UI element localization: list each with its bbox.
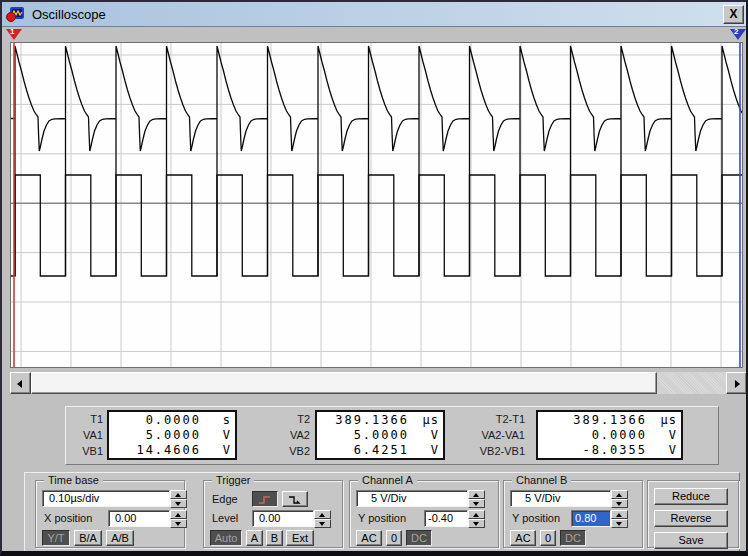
channel-b-scale-field[interactable]: 5 V/Div bbox=[510, 490, 611, 507]
spin-down-icon[interactable] bbox=[611, 499, 628, 508]
trigger-legend: Trigger bbox=[212, 474, 254, 486]
channel-b-legend: Channel B bbox=[512, 474, 571, 486]
edge-label: Edge bbox=[212, 493, 238, 505]
channel-b-group: Channel B 5 V/Div Y position 0.80 AC 0 D… bbox=[503, 480, 643, 548]
channel-a-ypos-spinner[interactable] bbox=[468, 510, 485, 528]
close-button[interactable]: X bbox=[723, 5, 744, 24]
readout-panel: T1 VA1 VB1 0.0000s 5.0000V 14.4606V T2 V… bbox=[65, 406, 719, 465]
x-position-field[interactable]: 0.00 bbox=[108, 510, 170, 527]
channel-a-ac-button[interactable]: AC bbox=[356, 530, 382, 546]
ba-mode-button[interactable]: B/A bbox=[74, 530, 102, 546]
spin-up-icon[interactable] bbox=[314, 510, 331, 519]
waveform-plot[interactable] bbox=[11, 43, 742, 367]
timebase-scale-field[interactable]: 0.10µs/div bbox=[42, 490, 170, 507]
save-button[interactable]: Save bbox=[654, 532, 728, 549]
horizontal-scrollbar[interactable] bbox=[10, 372, 747, 394]
spin-up-icon[interactable] bbox=[468, 510, 485, 519]
yt-mode-button[interactable]: Y/T bbox=[42, 530, 70, 546]
channel-b-ac-button[interactable]: AC bbox=[510, 530, 536, 546]
rising-edge-icon bbox=[258, 494, 272, 506]
channel-a-zero-button[interactable]: 0 bbox=[386, 530, 402, 546]
spin-down-icon[interactable] bbox=[468, 519, 485, 528]
channel-a-group: Channel A 5 V/Div Y position -0.40 AC 0 … bbox=[349, 480, 499, 548]
trigger-a-button[interactable]: A bbox=[246, 530, 263, 546]
scrollbar-thumb[interactable] bbox=[31, 372, 657, 394]
channel-a-ypos-label: Y position bbox=[358, 512, 406, 524]
channel-a-scale-field[interactable]: 5 V/Div bbox=[356, 490, 468, 507]
channel-b-ypos-spinner[interactable] bbox=[611, 510, 628, 528]
scroll-left-button[interactable] bbox=[10, 372, 31, 394]
channel-b-ypos-label: Y position bbox=[512, 512, 560, 524]
trigger-level-spinner[interactable] bbox=[314, 510, 331, 528]
right-arrow-icon bbox=[735, 380, 740, 388]
channel-a-ypos-field[interactable]: -0.40 bbox=[424, 510, 468, 527]
channel-a-legend: Channel A bbox=[358, 474, 417, 486]
spin-up-icon[interactable] bbox=[611, 490, 628, 499]
spin-up-icon[interactable] bbox=[170, 490, 187, 499]
level-label: Level bbox=[212, 512, 238, 524]
channel-b-ypos-field[interactable]: 0.80 bbox=[571, 510, 611, 527]
spin-down-icon[interactable] bbox=[170, 499, 187, 508]
channel-b-dc-button[interactable]: DC bbox=[560, 530, 586, 546]
spin-down-icon[interactable] bbox=[170, 519, 187, 528]
spin-down-icon[interactable] bbox=[314, 519, 331, 528]
x-position-label: X position bbox=[44, 512, 92, 524]
cursor2-readout: 389.1366µs 5.0000V 6.4251V bbox=[315, 410, 445, 460]
channel-a-dc-button[interactable]: DC bbox=[406, 530, 432, 546]
trigger-group: Trigger Edge Level 0.00 Auto A B Ext bbox=[203, 480, 343, 548]
scope-display bbox=[10, 42, 743, 368]
falling-edge-button[interactable] bbox=[282, 491, 308, 507]
spin-up-icon[interactable] bbox=[611, 510, 628, 519]
window-title: Oscilloscope bbox=[32, 7, 106, 22]
timebase-scale-spinner[interactable] bbox=[170, 490, 187, 508]
cursor1-readout: 0.0000s 5.0000V 14.4606V bbox=[107, 410, 237, 460]
timebase-group: Time base 0.10µs/div X position 0.00 Y/T… bbox=[35, 480, 185, 548]
oscilloscope-icon bbox=[6, 6, 25, 23]
cursor2-labels: T2 VA2 VB2 bbox=[274, 412, 310, 460]
left-arrow-icon bbox=[17, 380, 22, 388]
control-panel: Time base 0.10µs/div X position 0.00 Y/T… bbox=[24, 472, 740, 552]
ab-mode-button[interactable]: A/B bbox=[106, 530, 134, 546]
x-position-spinner[interactable] bbox=[170, 510, 187, 528]
title-bar[interactable]: Oscilloscope X bbox=[2, 2, 746, 27]
falling-edge-icon bbox=[288, 494, 302, 506]
cursor1-labels: T1 VA1 VB1 bbox=[69, 412, 103, 460]
oscilloscope-window: Oscilloscope X 1 2 T1 VA1 VB1 0.0000s 5.… bbox=[0, 0, 748, 556]
spin-up-icon[interactable] bbox=[468, 490, 485, 499]
trigger-ext-button[interactable]: Ext bbox=[286, 530, 314, 546]
spin-down-icon[interactable] bbox=[468, 499, 485, 508]
trigger-b-button[interactable]: B bbox=[266, 530, 283, 546]
cursor-2-handle[interactable]: 2 bbox=[730, 29, 746, 40]
delta-labels: T2-T1 VA2-VA1 VB2-VB1 bbox=[461, 412, 525, 460]
spin-down-icon[interactable] bbox=[611, 519, 628, 528]
rising-edge-button[interactable] bbox=[252, 491, 278, 507]
timebase-legend: Time base bbox=[44, 474, 103, 486]
reduce-button[interactable]: Reduce bbox=[654, 488, 728, 505]
actions-group: Reduce Reverse Save bbox=[647, 480, 739, 548]
delta-readout: 389.1366µs 0.0000V -8.0355V bbox=[536, 410, 683, 460]
spin-up-icon[interactable] bbox=[170, 510, 187, 519]
channel-a-scale-spinner[interactable] bbox=[468, 490, 485, 508]
cursor-marker-strip: 1 2 bbox=[2, 28, 746, 42]
channel-b-scale-spinner[interactable] bbox=[611, 490, 628, 508]
trigger-auto-button[interactable]: Auto bbox=[210, 530, 242, 546]
trigger-level-field[interactable]: 0.00 bbox=[252, 510, 314, 527]
reverse-button[interactable]: Reverse bbox=[654, 510, 728, 527]
channel-b-zero-button[interactable]: 0 bbox=[540, 530, 556, 546]
scroll-right-button[interactable] bbox=[726, 372, 747, 394]
cursor-1-handle[interactable]: 1 bbox=[6, 29, 22, 40]
